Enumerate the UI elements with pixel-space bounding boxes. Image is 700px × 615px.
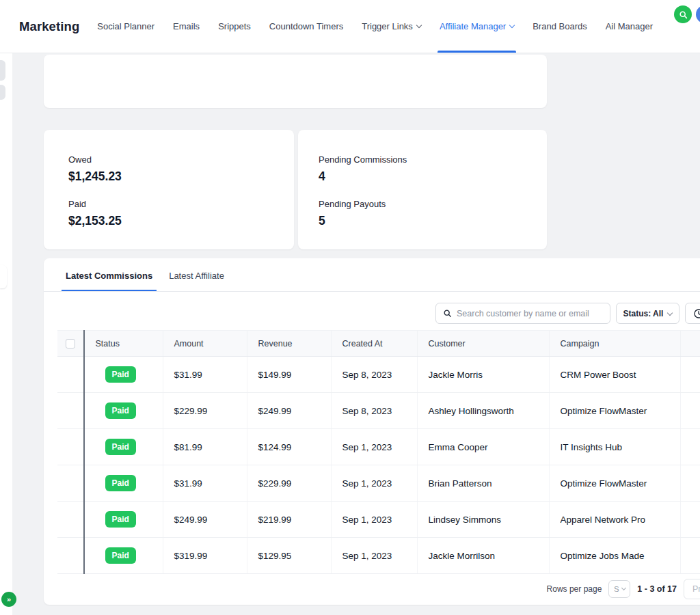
table-row[interactable]: Paid$31.99$149.99Sep 8, 2023Jackle Morri… bbox=[57, 357, 700, 393]
table-row[interactable]: Paid$31.99$229.99Sep 1, 2023Brian Patter… bbox=[57, 465, 700, 502]
tab-latest-affiliate[interactable]: Latest Affiliate bbox=[166, 271, 227, 291]
tab-latest-commissions[interactable]: Latest Commissions bbox=[63, 271, 155, 291]
owed-label: Owed bbox=[68, 154, 294, 165]
chevron-down-icon bbox=[667, 310, 673, 315]
table-row[interactable]: Paid$81.99$124.99Sep 1, 2023Emma CooperI… bbox=[57, 429, 700, 465]
status-cell: Paid bbox=[84, 357, 163, 393]
status-filter-dropdown[interactable]: Status: All bbox=[616, 303, 679, 324]
clock-icon bbox=[693, 308, 700, 319]
nav-item-srippets[interactable]: Srippets bbox=[218, 0, 251, 53]
campaign-cell: Optimize FlowMaster bbox=[549, 393, 680, 429]
page-title: Marketing bbox=[19, 19, 79, 34]
search-icon bbox=[443, 309, 452, 318]
paid-value: $2,153.25 bbox=[68, 214, 294, 228]
pending-commissions-stat: Pending Commissions 4 bbox=[319, 154, 547, 184]
table-body: Paid$31.99$149.99Sep 8, 2023Jackle Morri… bbox=[57, 357, 700, 574]
table-row[interactable]: Paid$249.99$219.99Sep 1, 2023Lindsey Sim… bbox=[57, 502, 700, 538]
revenue-cell: $149.99 bbox=[247, 357, 331, 393]
chevron-down-icon bbox=[509, 22, 515, 27]
pending-payouts-value: 5 bbox=[319, 214, 547, 228]
nav-item-label: Emails bbox=[173, 21, 200, 31]
end-cell bbox=[680, 357, 700, 393]
avatar[interactable] bbox=[696, 5, 700, 23]
panel-tabs: Latest Commissions Latest Affiliate bbox=[44, 258, 700, 292]
amount-cell: $81.99 bbox=[163, 429, 247, 465]
column-header-revenue: Revenue bbox=[247, 331, 331, 357]
nav-item-social-planner[interactable]: Social Planner bbox=[97, 0, 154, 53]
column-header-amount: Amount bbox=[163, 331, 247, 357]
chevron-down-icon bbox=[621, 586, 626, 590]
nav-item-label: Social Planner bbox=[97, 21, 154, 31]
customer-search[interactable] bbox=[435, 303, 610, 324]
cb-cell-cell bbox=[57, 538, 84, 574]
pending-payouts-label: Pending Payouts bbox=[319, 199, 547, 209]
customer-cell: Emma Cooper bbox=[417, 429, 549, 465]
status-cell: Paid bbox=[84, 538, 163, 574]
status-filter-label: Status: All bbox=[623, 309, 664, 318]
status-badge: Paid bbox=[105, 511, 136, 528]
revenue-cell: $219.99 bbox=[247, 502, 331, 538]
column-header-status: Status bbox=[84, 331, 163, 357]
revenue-cell: $124.99 bbox=[247, 429, 331, 465]
owed-value: $1,245.23 bbox=[68, 169, 294, 184]
table-header-row: StatusAmountRevenueCreated AtCustomerCam… bbox=[57, 331, 700, 357]
amount-cell: $229.99 bbox=[163, 393, 247, 429]
cb-cell-cell bbox=[57, 393, 84, 429]
campaign-cell: CRM Power Boost bbox=[549, 357, 680, 393]
status-cell: Paid bbox=[84, 429, 163, 465]
nav-item-affiliate-manager[interactable]: Affiliate Manager bbox=[440, 0, 514, 53]
nav-item-label: Affiliate Manager bbox=[440, 21, 506, 31]
collapsed-sidebar-strip bbox=[0, 53, 12, 615]
nav-item-label: Srippets bbox=[218, 21, 251, 31]
nav-tabs: Social PlannerEmailsSrippetsCountdown Ti… bbox=[97, 0, 653, 53]
nav-item-trigger-links[interactable]: Trigger Links bbox=[362, 0, 421, 53]
nav-item-countdown-timers[interactable]: Countdown Timers bbox=[269, 0, 343, 53]
status-badge: Paid bbox=[105, 402, 136, 419]
customer-cell: Ashley Hollingsworth bbox=[417, 393, 549, 429]
cb-cell-cell bbox=[57, 429, 84, 465]
top-navbar: Marketing Social PlannerEmailsSrippetsCo… bbox=[0, 0, 700, 53]
nav-item-brand-boards[interactable]: Brand Boards bbox=[533, 0, 587, 53]
select-all-checkbox[interactable] bbox=[66, 339, 75, 348]
revenue-cell: $249.99 bbox=[247, 393, 331, 429]
expand-sidebar-button[interactable]: » bbox=[1, 592, 16, 607]
customer-cell: Brian Patterson bbox=[417, 465, 549, 502]
commissions-table-wrap: StatusAmountRevenueCreated AtCustomerCam… bbox=[57, 330, 700, 574]
campaign-cell: Optimize FlowMaster bbox=[549, 465, 680, 502]
status-badge: Paid bbox=[105, 547, 136, 564]
sidebar-edge-item bbox=[0, 265, 7, 288]
column-header-created-at: Created At bbox=[331, 331, 417, 357]
end-cell bbox=[680, 465, 700, 502]
nav-item-label: Countdown Timers bbox=[269, 21, 343, 31]
nav-item-ail-manager[interactable]: Ail Manager bbox=[606, 0, 653, 53]
owed-stat: Owed $1,245.23 bbox=[68, 154, 294, 184]
pending-payouts-stat: Pending Payouts 5 bbox=[319, 199, 547, 228]
rows-per-page-value: S bbox=[614, 585, 619, 593]
table-row[interactable]: Paid$319.99$129.95Sep 1, 2023Jackle Morr… bbox=[57, 538, 700, 574]
amount-cell: $249.99 bbox=[163, 502, 247, 538]
table-row[interactable]: Paid$229.99$249.99Sep 8, 2023Ashley Holl… bbox=[57, 393, 700, 429]
end-cell bbox=[680, 429, 700, 465]
double-chevron-right-icon: » bbox=[7, 595, 11, 603]
pending-commissions-value: 4 bbox=[319, 169, 547, 184]
pending-commissions-label: Pending Commissions bbox=[319, 154, 547, 165]
nav-item-label: Brand Boards bbox=[533, 21, 587, 31]
created-at-cell: Sep 1, 2023 bbox=[331, 429, 417, 465]
customer-cell: Jackle Morris bbox=[417, 357, 549, 393]
prev-page-button[interactable]: Prev bbox=[684, 579, 700, 599]
end-cell bbox=[680, 502, 700, 538]
rows-per-page-label: Rows per page bbox=[547, 584, 602, 594]
rows-per-page-select[interactable]: S bbox=[608, 580, 630, 598]
search-button[interactable] bbox=[674, 5, 692, 23]
status-cell: Paid bbox=[84, 502, 163, 538]
created-at-cell: Sep 8, 2023 bbox=[331, 393, 417, 429]
owed-paid-card: Owed $1,245.23 Paid $2,153.25 bbox=[44, 130, 294, 249]
date-filter-button[interactable] bbox=[685, 303, 700, 324]
paid-stat: Paid $2,153.25 bbox=[68, 199, 294, 228]
column-resize-indicator[interactable] bbox=[83, 330, 85, 574]
chevron-down-icon bbox=[416, 22, 422, 27]
nav-item-emails[interactable]: Emails bbox=[173, 0, 200, 53]
revenue-cell: $229.99 bbox=[247, 465, 331, 502]
search-input[interactable] bbox=[457, 309, 603, 318]
column-header-customer: Customer bbox=[417, 331, 549, 357]
